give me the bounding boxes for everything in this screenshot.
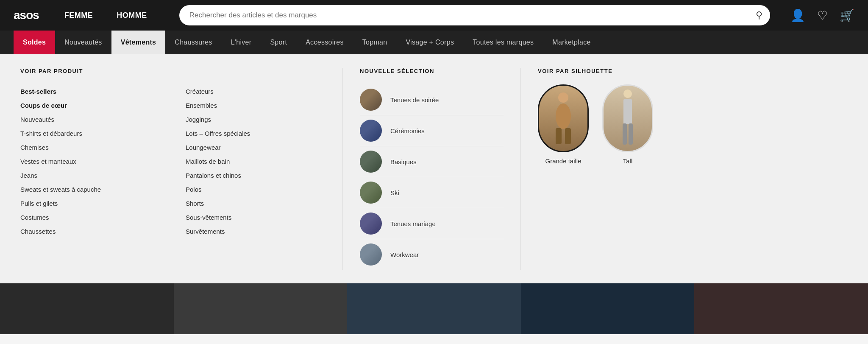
selection-ski-label: Ski xyxy=(390,189,399,196)
silhouette-heading: VOIR PAR SILHOUETTE xyxy=(538,68,831,74)
category-nav: Soldes Nouveautés Vêtements Chaussures L… xyxy=(0,31,868,54)
products-heading: VOIR PAR PRODUIT xyxy=(20,68,326,74)
avatar-basiques xyxy=(360,151,382,173)
link-sweats[interactable]: Sweats et sweats à capuche xyxy=(20,182,160,196)
hero-strip xyxy=(0,283,868,334)
nav-hiver[interactable]: L'hiver xyxy=(222,31,261,54)
avatar-soiree xyxy=(360,89,382,111)
nav-visage-corps[interactable]: Visage + Corps xyxy=(396,31,463,54)
selection-mariage-label: Tenues mariage xyxy=(390,220,436,227)
header-icons: 👤 ♡ 🛒 xyxy=(790,8,854,22)
nav-homme[interactable]: HOMME xyxy=(105,0,159,31)
nav-chaussures[interactable]: Chaussures xyxy=(165,31,221,54)
svg-rect-6 xyxy=(623,123,627,145)
svg-rect-7 xyxy=(629,123,633,145)
hero-img-2 xyxy=(174,283,348,334)
link-nouveautes[interactable]: Nouveautés xyxy=(20,112,160,126)
link-lots[interactable]: Lots – Offres spéciales xyxy=(186,126,326,140)
dropdown-menu: VOIR PAR PRODUIT Best-sellers Coups de c… xyxy=(0,54,868,283)
link-joggings[interactable]: Joggings xyxy=(186,112,326,126)
silhouette-img-tall xyxy=(602,84,653,152)
nav-toutes-marques[interactable]: Toutes les marques xyxy=(463,31,543,54)
hero-img-5 xyxy=(694,283,868,334)
link-pantalons[interactable]: Pantalons et chinos xyxy=(186,168,326,182)
hero-img-1 xyxy=(0,283,174,334)
products-columns: Best-sellers Coups de cœur Nouveautés T-… xyxy=(20,84,326,238)
dropdown-products: VOIR PAR PRODUIT Best-sellers Coups de c… xyxy=(20,68,342,270)
silhouette-grande-taille[interactable]: Grande taille xyxy=(538,84,589,165)
svg-point-1 xyxy=(556,103,571,129)
cart-icon[interactable]: 🛒 xyxy=(840,8,854,22)
svg-rect-3 xyxy=(565,128,571,144)
silhouette-tall-label: Tall xyxy=(623,157,633,165)
search-icon[interactable]: ⚲ xyxy=(756,10,762,21)
link-tshirts[interactable]: T-shirts et débardeurs xyxy=(20,126,160,140)
svg-point-0 xyxy=(558,92,568,103)
nav-sport[interactable]: Sport xyxy=(261,31,296,54)
link-vestes[interactable]: Vestes et manteaux xyxy=(20,154,160,168)
nav-topman[interactable]: Topman xyxy=(353,31,397,54)
link-pulls[interactable]: Pulls et gilets xyxy=(20,196,160,210)
nav-accessoires[interactable]: Accessoires xyxy=(296,31,353,54)
dropdown-selection: NOUVELLE SÉLECTION Tenues de soirée Céré… xyxy=(342,68,520,270)
svg-point-4 xyxy=(623,89,632,98)
avatar-mariage xyxy=(360,213,382,235)
search-input[interactable] xyxy=(179,5,770,25)
link-survetements[interactable]: Survêtements xyxy=(186,224,326,238)
logo[interactable]: asos xyxy=(14,8,39,22)
wishlist-icon[interactable]: ♡ xyxy=(817,8,828,22)
selection-heading: NOUVELLE SÉLECTION xyxy=(360,68,504,74)
search-bar: ⚲ xyxy=(179,5,770,25)
header: asos FEMME HOMME ⚲ 👤 ♡ 🛒 xyxy=(0,0,868,31)
silhouette-tall[interactable]: Tall xyxy=(602,84,653,165)
selection-basiques-label: Basiques xyxy=(390,158,417,165)
nav-nouveautes[interactable]: Nouveautés xyxy=(55,31,111,54)
avatar-ski xyxy=(360,182,382,204)
products-col2: Créateurs Ensembles Joggings Lots – Offr… xyxy=(186,84,326,238)
selection-mariage[interactable]: Tenues mariage xyxy=(360,208,504,239)
selection-ceremonies-label: Cérémonies xyxy=(390,127,425,134)
nav-femme[interactable]: FEMME xyxy=(53,0,105,31)
link-coups-de-coeur[interactable]: Coups de cœur xyxy=(20,98,160,112)
hero-img-3 xyxy=(347,283,521,334)
link-best-sellers[interactable]: Best-sellers xyxy=(20,84,160,98)
selection-soiree-label: Tenues de soirée xyxy=(390,96,439,103)
avatar-ceremonies xyxy=(360,120,382,142)
avatar-workwear xyxy=(360,243,382,266)
link-chaussettes[interactable]: Chaussettes xyxy=(20,224,160,238)
svg-rect-5 xyxy=(623,99,632,124)
link-polos[interactable]: Polos xyxy=(186,182,326,196)
dropdown-silhouette: VOIR PAR SILHOUETTE Grande taille xyxy=(520,68,848,270)
hero-img-4 xyxy=(521,283,695,334)
silhouette-grande-taille-label: Grande taille xyxy=(545,157,581,165)
nav-vetements[interactable]: Vêtements xyxy=(111,31,166,54)
selection-workwear-label: Workwear xyxy=(390,251,419,258)
link-createurs[interactable]: Créateurs xyxy=(186,84,326,98)
silhouette-img-grande-taille xyxy=(538,84,589,152)
link-loungewear[interactable]: Loungewear xyxy=(186,140,326,154)
link-maillots[interactable]: Maillots de bain xyxy=(186,154,326,168)
selection-ski[interactable]: Ski xyxy=(360,177,504,208)
svg-rect-2 xyxy=(556,128,562,144)
link-shorts[interactable]: Shorts xyxy=(186,196,326,210)
link-chemises[interactable]: Chemises xyxy=(20,140,160,154)
link-sous-vetements[interactable]: Sous-vêtements xyxy=(186,210,326,224)
link-jeans[interactable]: Jeans xyxy=(20,168,160,182)
silhouette-list: Grande taille Tall xyxy=(538,84,831,165)
nav-soldes[interactable]: Soldes xyxy=(14,31,55,54)
selection-basiques[interactable]: Basiques xyxy=(360,146,504,177)
link-costumes[interactable]: Costumes xyxy=(20,210,160,224)
selection-soiree[interactable]: Tenues de soirée xyxy=(360,84,504,115)
selection-ceremonies[interactable]: Cérémonies xyxy=(360,115,504,146)
link-ensembles[interactable]: Ensembles xyxy=(186,98,326,112)
account-icon[interactable]: 👤 xyxy=(790,8,805,22)
products-col1: Best-sellers Coups de cœur Nouveautés T-… xyxy=(20,84,160,238)
nav-marketplace[interactable]: Marketplace xyxy=(543,31,600,54)
selection-workwear[interactable]: Workwear xyxy=(360,239,504,270)
main-gender-nav: FEMME HOMME xyxy=(53,0,159,31)
